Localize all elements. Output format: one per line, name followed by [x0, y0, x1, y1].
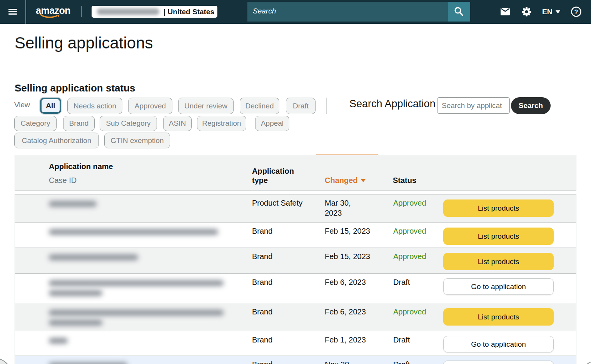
svg-text:?: ?: [574, 9, 578, 15]
